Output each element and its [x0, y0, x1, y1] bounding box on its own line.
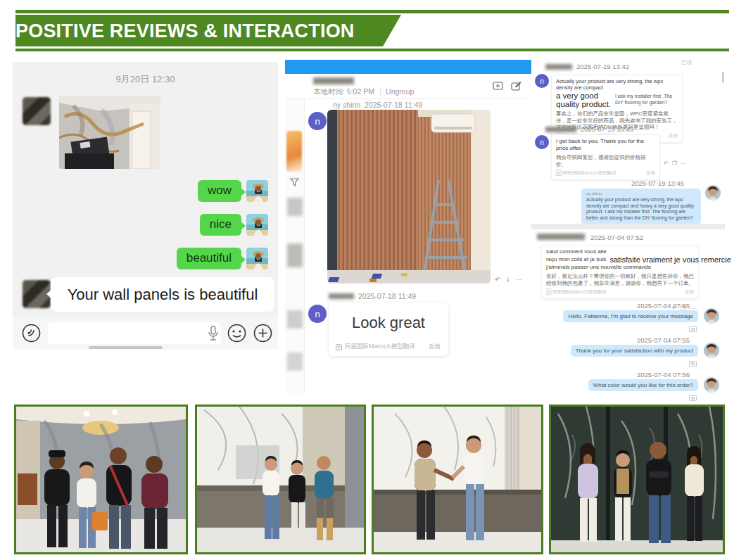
- page: POSITIVE REVIEWS & INTERACTION 9月20日 12:…: [0, 0, 746, 560]
- ungroup-label: Ungroup: [386, 87, 414, 96]
- window-title-bar: [285, 60, 531, 74]
- own-message-bubble: Thank you for your satisfaction with my …: [571, 345, 698, 357]
- filter-icon[interactable]: [290, 178, 299, 186]
- sender-avatar[interactable]: n: [535, 135, 549, 149]
- customer-photo-1: [14, 405, 188, 554]
- conversation-item-partial: [287, 198, 303, 216]
- contact-avatar[interactable]: [23, 97, 51, 125]
- user-avatar[interactable]: [246, 214, 268, 236]
- emoji-icon[interactable]: [227, 324, 246, 343]
- message-actions: ↶ ⭣ ⋯: [495, 276, 522, 284]
- message-time: 2025-07-19 13:43: [581, 125, 633, 133]
- add-chat-icon[interactable]: [493, 81, 503, 91]
- user-avatar[interactable]: [246, 180, 268, 202]
- message-line: salut comment vous alle: [546, 248, 694, 255]
- download-icon[interactable]: ⭣: [506, 276, 510, 284]
- local-time-label: 本地时间: 5:02 PM ｜ Ungroup: [313, 87, 414, 97]
- wood-slat-wall-photo-message[interactable]: [327, 110, 491, 284]
- mic-icon[interactable]: [207, 325, 220, 342]
- read-receipt-icon: [689, 361, 697, 367]
- reply-text: Actually your product are very strong, t…: [586, 197, 696, 222]
- reply-sender: ny shirin: [586, 191, 696, 197]
- sender-avatar[interactable]: n: [535, 74, 549, 88]
- message-time: 2025-07-04 07:55: [637, 336, 690, 344]
- customer-photo-4: [549, 405, 725, 554]
- sender-name-time: 2025-07-18 11:49: [329, 292, 416, 300]
- translation-text: 你好，最近怎么样？希望你的一切都好，我只是想告诉你，我已经收到我的包裹了，我非常…: [546, 273, 694, 287]
- own-avatar[interactable]: [704, 377, 719, 393]
- feedback-link[interactable]: 反馈: [669, 133, 678, 139]
- more-icon[interactable]: ⋯: [515, 276, 522, 284]
- own-avatar[interactable]: [705, 185, 721, 201]
- message-highlight: satisfaite vraiment je vous remercie: [609, 255, 731, 264]
- home-indicator: [89, 346, 163, 349]
- conversation-item-partial: [287, 310, 303, 329]
- conversation-list-strip[interactable]: [285, 99, 305, 394]
- translator-footer: 🄰 阿里国际Marco大模型翻译 · 反馈: [546, 289, 694, 295]
- message-side-note: I ask my installer first .The DIY floori…: [615, 94, 678, 106]
- sender-name-blurred: [537, 234, 585, 240]
- translated-message-card: Look great 文 阿里国际Marco大模型翻译· 反馈: [329, 303, 448, 356]
- marble-wall-photo-message[interactable]: [59, 96, 160, 169]
- message-line: j'aimerais passer une nouvelle commande: [546, 264, 694, 271]
- sender-avatar[interactable]: n: [308, 305, 327, 323]
- translate-icon: 🄰: [556, 170, 561, 175]
- user-avatar[interactable]: [246, 248, 268, 269]
- svg-text:文: 文: [336, 345, 341, 350]
- own-message-bubble: What color would you like for this order…: [588, 379, 698, 391]
- sender-name-blurred: [545, 64, 572, 70]
- conversation-item-partial: [287, 352, 303, 371]
- more-icon[interactable]: ⋯: [681, 160, 686, 167]
- chat-bubble-outgoing: beautiful: [177, 248, 241, 269]
- sender-name-blurred: [545, 127, 576, 132]
- sender-name-time: ny shirin 2025-07-18 11:49: [333, 101, 422, 109]
- own-avatar[interactable]: [704, 308, 719, 324]
- feedback-link[interactable]: 反馈: [646, 170, 655, 177]
- wechat-chat-panel: 9月20日 12:30 wow nice: [13, 62, 278, 350]
- message-time: 2025-07-04 07:52: [590, 234, 643, 241]
- page-title: POSITIVE REVIEWS & INTERACTION: [15, 20, 355, 42]
- feedback-link[interactable]: 反馈: [429, 343, 441, 351]
- chat-bubble-incoming: Your wall panels is beautiful: [51, 277, 274, 312]
- chat-date-header: 9月20日 12:30: [13, 73, 278, 86]
- read-receipt-icon: [689, 395, 697, 401]
- read-receipt-icon: [689, 326, 697, 332]
- message-line: Actually your product are very strong, t…: [556, 78, 678, 91]
- translated-message-card: salut comment vous alle reçu mon colis e…: [541, 245, 699, 299]
- reply-icon[interactable]: ↶: [495, 276, 500, 284]
- message-time: 2025-07-19 13:45: [631, 179, 684, 187]
- review-chat-panel-1: 已读 2025-07-19 13:42 n Actually your prod…: [531, 56, 725, 224]
- contact-name-blurred: [313, 77, 354, 84]
- chat-input-bar: [13, 317, 278, 350]
- read-label: 已读: [681, 58, 693, 66]
- own-message-bubble: ny shirin Actually your product are very…: [581, 189, 701, 224]
- translate-icon: 🄰: [546, 289, 551, 294]
- message-line: reçu mon colis et je suis: [546, 256, 606, 263]
- customer-photo-2: [195, 405, 366, 554]
- translator-footer: 文 阿里国际Marco大模型翻译· 反馈: [336, 343, 441, 351]
- feedback-link[interactable]: 反馈: [685, 289, 694, 295]
- voice-message-icon[interactable]: [22, 324, 41, 343]
- customer-photo-3: [372, 405, 543, 554]
- message-input[interactable]: [48, 322, 221, 344]
- chat-header: 本地时间: 5:02 PM ｜ Ungroup: [285, 74, 531, 99]
- own-avatar[interactable]: [704, 343, 719, 358]
- chat-bubble-outgoing: wow: [198, 180, 241, 202]
- translator-footer: 🄰 阿里国际Marco大模型翻译 · 反馈: [556, 170, 655, 177]
- message-highlight: a very good quality product.: [556, 91, 612, 108]
- plus-icon[interactable]: [253, 324, 272, 343]
- reply-icon[interactable]: ↶: [664, 160, 669, 167]
- message-time: 2025-07-04 07:56: [637, 371, 690, 378]
- own-message-bubble: Hello, Fabienne, I'm glad to receive you…: [563, 310, 698, 322]
- header-bottom-rule: [15, 49, 729, 51]
- conversation-avatar-partial: [286, 131, 302, 172]
- scrollbar-thumb[interactable]: [722, 72, 724, 83]
- quote-icon[interactable]: ❐: [672, 160, 677, 167]
- message-text: Look great: [329, 314, 448, 332]
- message-time: 2025-07-04 07:55: [637, 302, 690, 310]
- screenshot-gap: [531, 224, 725, 229]
- chat-bubble-outgoing: nice: [200, 214, 241, 236]
- compose-icon[interactable]: [511, 81, 521, 91]
- sender-avatar[interactable]: n: [308, 112, 327, 130]
- message-text: I get back to you. Thank you for the pri…: [556, 138, 655, 152]
